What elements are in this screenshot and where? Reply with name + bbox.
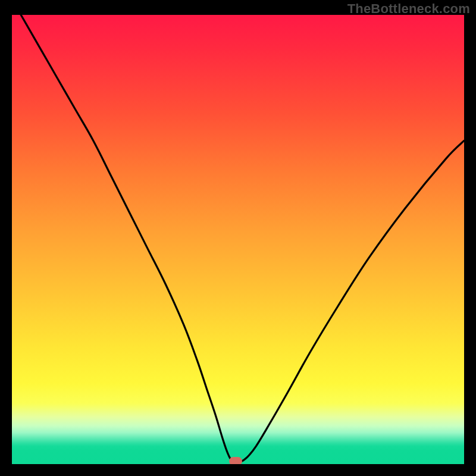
plot-area <box>12 15 464 464</box>
optimal-point-marker <box>229 457 242 464</box>
bottleneck-curve <box>12 15 464 464</box>
chart-frame: TheBottleneck.com <box>0 0 476 476</box>
